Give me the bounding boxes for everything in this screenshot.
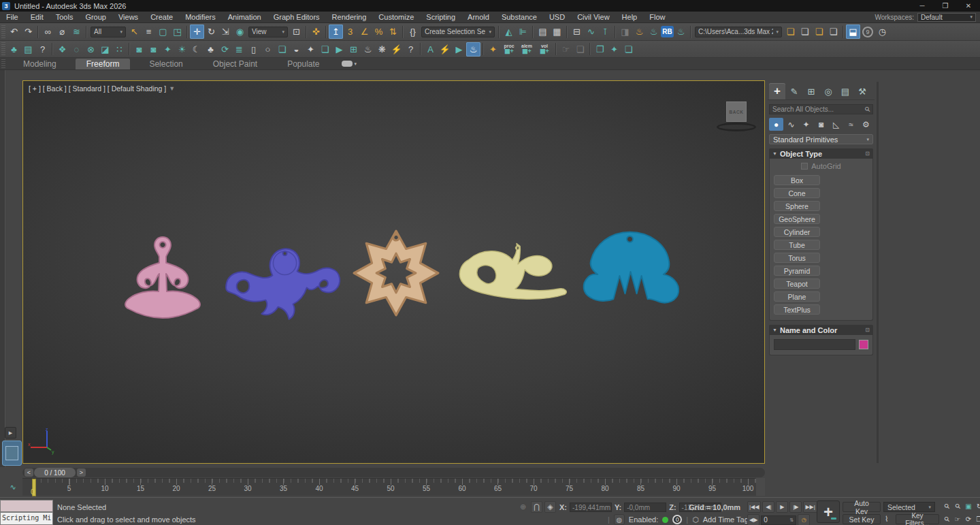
next-frame-button[interactable]: |▶ xyxy=(789,501,802,513)
scene-explorer-button[interactable]: ▤ xyxy=(536,25,550,39)
grid-quad-button[interactable]: ⊞ xyxy=(346,42,361,57)
zoom-region-button[interactable]: ⚲ xyxy=(939,511,953,525)
torus-ring-button[interactable]: ○ xyxy=(261,42,275,57)
object-type-button[interactable]: Sphere xyxy=(774,201,820,211)
named-selection-sets-button[interactable]: {} xyxy=(406,25,420,39)
tab-create[interactable]: + xyxy=(769,83,785,99)
save-file-button[interactable]: ⬓ xyxy=(846,25,860,39)
use-pivot-point-button[interactable]: ⊡ xyxy=(289,25,304,39)
percent-snap-toggle[interactable]: % xyxy=(372,25,386,39)
key-mode-toggle[interactable]: ◀▶ xyxy=(747,514,760,525)
menu-item[interactable]: Scripting xyxy=(420,12,461,22)
add-time-tag[interactable]: Add Time Tag xyxy=(703,515,749,524)
asset-tracking-button[interactable]: ❏ xyxy=(826,25,840,39)
go-to-start-button[interactable]: |◀◀ xyxy=(747,501,761,513)
selection-lock-toggle[interactable]: ⋂ xyxy=(531,501,542,513)
primitives-dropdown[interactable]: Standard Primitives▾ xyxy=(769,134,873,144)
stack-tool-button[interactable]: ❏ xyxy=(573,42,587,57)
cat-cameras[interactable]: ◙ xyxy=(814,118,828,131)
macro-recorder-field[interactable] xyxy=(0,500,53,512)
search-input[interactable]: Search All Objects... ⚲ xyxy=(769,104,873,114)
x-coordinate-field[interactable]: -199,441mm xyxy=(570,503,612,512)
tree-button[interactable]: ♣ xyxy=(203,42,218,57)
menu-item[interactable]: File xyxy=(0,12,24,22)
menu-item[interactable]: Civil View xyxy=(571,12,615,22)
khaki-sprout-object[interactable] xyxy=(455,239,572,308)
asset-link-button[interactable]: ❏ xyxy=(812,25,826,39)
page-refresh-button[interactable]: ⟳ xyxy=(218,42,232,57)
maximize-viewport-button[interactable]: ❒ xyxy=(975,513,980,524)
object-type-button[interactable]: GeoSphere xyxy=(774,214,820,224)
scripting-listener-field[interactable]: Scripting Mi xyxy=(0,512,53,525)
list-view-button[interactable]: ▤ xyxy=(21,42,35,57)
zoom-all-button[interactable]: ⚲ xyxy=(950,498,964,513)
viewport[interactable]: [ + ] [ Back ] [ Standard ] [ Default Sh… xyxy=(22,80,765,464)
pinwheel-button[interactable]: ❋ xyxy=(375,42,389,57)
rectangular-selection-region-button[interactable]: ▢ xyxy=(156,25,170,39)
dependencies-icon[interactable]: ⊕ xyxy=(517,501,529,513)
viewcube[interactable]: BACK xyxy=(726,101,747,122)
menu-item[interactable]: Modifiers xyxy=(179,12,222,22)
mini-window-button[interactable]: ❏ xyxy=(621,42,636,57)
select-and-place-button[interactable]: ◉ xyxy=(233,25,247,39)
menu-item[interactable]: Graph Editors xyxy=(267,12,326,22)
object-type-button[interactable]: Pyramid xyxy=(774,266,820,276)
align-button[interactable]: ⊫ xyxy=(516,25,530,39)
camera-add-button[interactable]: ◙ xyxy=(146,42,161,57)
layer-stack-button[interactable]: ❏ xyxy=(275,42,289,57)
object-type-button[interactable]: Tube xyxy=(774,240,820,250)
auto-key-button[interactable]: Auto Key xyxy=(843,502,881,512)
lights-dotted-button[interactable]: ✦ xyxy=(607,42,621,57)
list-lines-button[interactable]: ≣ xyxy=(232,42,246,57)
tab-hierarchy[interactable]: ⊞ xyxy=(803,83,819,99)
select-and-scale-button[interactable]: ⇲ xyxy=(218,25,233,39)
material-editor-button[interactable]: ◨ xyxy=(618,25,632,39)
timeline-ruler[interactable]: 5101520253035404550556065707580859095100… xyxy=(22,478,756,496)
sphere-disable-button[interactable]: ⊗ xyxy=(84,42,98,57)
autogrid-checkbox[interactable]: AutoGrid xyxy=(770,159,872,172)
ribbon-tab[interactable]: Object Paint xyxy=(202,59,268,69)
minimize-button[interactable]: ─ xyxy=(911,0,934,12)
window-play-button[interactable]: ▶ xyxy=(452,42,466,57)
cat-lights[interactable]: ✦ xyxy=(799,118,813,131)
quick-render-button[interactable]: ♨ xyxy=(674,25,688,39)
paint-box-button[interactable]: ◪ xyxy=(98,42,112,57)
ribbon-tab[interactable]: Freeform xyxy=(76,59,131,69)
select-and-rotate-button[interactable]: ↻ xyxy=(204,25,218,39)
object-type-button[interactable]: Plane xyxy=(774,291,820,302)
close-button[interactable]: ✕ xyxy=(957,0,980,12)
palette-button[interactable]: ◒ xyxy=(289,42,304,57)
window-crossing-toggle[interactable]: ◳ xyxy=(170,25,184,39)
tab-display[interactable]: ▤ xyxy=(837,83,853,99)
menu-item[interactable]: Group xyxy=(79,12,112,22)
key-set-dropdown[interactable]: Selected▾ xyxy=(883,502,935,512)
render-setup-button[interactable]: ♨ xyxy=(632,25,647,39)
viewport-layout-flyout-button[interactable]: ▶ xyxy=(5,427,16,439)
video-play-button[interactable]: ▶ xyxy=(332,42,346,57)
menu-item[interactable]: Rendering xyxy=(326,12,373,22)
previous-frame-button[interactable]: ◀| xyxy=(762,501,774,513)
autobackup-time-button[interactable]: ◷ xyxy=(875,25,889,39)
select-and-manipulate-button[interactable]: ✜ xyxy=(309,25,323,39)
globe-icon[interactable]: ◍ xyxy=(614,514,625,525)
orbit-button[interactable]: ⟳ xyxy=(964,513,973,524)
object-type-button[interactable]: Cylinder xyxy=(774,227,820,237)
battery-bolt-button[interactable]: ⚡ xyxy=(389,42,404,57)
object-type-button[interactable]: Cone xyxy=(774,188,820,198)
menu-item[interactable]: Customize xyxy=(372,12,420,22)
tab-utilities[interactable]: ⚒ xyxy=(854,83,870,99)
next-frame-arrow[interactable]: > xyxy=(77,468,86,477)
redo-button[interactable]: ↷ xyxy=(21,25,35,39)
object-type-button[interactable]: Torus xyxy=(774,253,820,263)
viewcube-ring[interactable] xyxy=(717,123,756,131)
trackbar-mode-icon[interactable]: ∿ xyxy=(5,481,20,493)
proc-add-button[interactable]: proc▦+ xyxy=(500,42,518,57)
sunlight-button[interactable]: ☀ xyxy=(175,42,189,57)
crosshair-target-button[interactable]: ◌ xyxy=(69,42,84,57)
layer-explorer-button[interactable]: ▦ xyxy=(550,25,564,39)
select-and-move-button[interactable]: ✛ xyxy=(190,25,204,39)
snaps-toggle[interactable]: 3 xyxy=(343,25,357,39)
spinner-icon[interactable]: ⇅ xyxy=(789,518,794,523)
window-bolt-button[interactable]: ⚡ xyxy=(438,42,452,57)
menu-item[interactable]: Animation xyxy=(222,12,267,22)
